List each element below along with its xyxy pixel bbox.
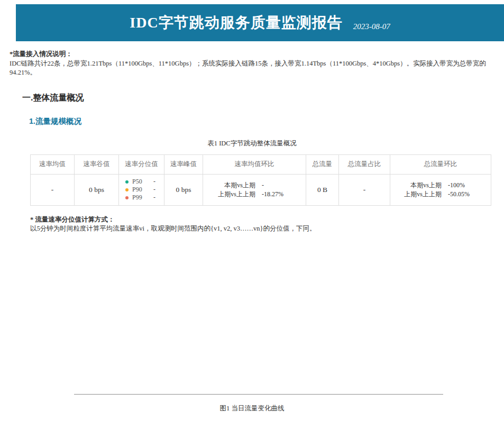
p50-label: P50 [132, 178, 148, 186]
p99-label: P99 [132, 194, 148, 202]
p90-label: P90 [132, 186, 148, 194]
total-ratio-label-1: 本期vs上期 [396, 181, 442, 190]
cell-total-ratio: 本期vs上期 -100% 上期vs上上期 -50.05% [390, 174, 491, 205]
figure1-axis-line [74, 394, 443, 395]
col-header-rate-avg: 速率均值 [31, 154, 75, 174]
subsection-heading-traffic-scale: 1.流量规模概况 [29, 116, 504, 126]
table1-caption: 表1 IDC字节跳动整体流量概况 [0, 139, 504, 148]
total-ratio-label-2: 上期vs上上期 [396, 190, 442, 199]
cell-rate-avg: - [31, 174, 75, 205]
col-header-total-share: 总流量占比 [339, 154, 390, 174]
cell-rate-avg-ratio: 本期vs上期 - 上期vs上上期 -18.27% [203, 174, 306, 205]
traffic-access-note-label: *流量接入情况说明： [10, 50, 504, 59]
percentile-p50-row: P50 - [125, 178, 164, 186]
col-header-rate-valley: 速率谷值 [75, 154, 119, 174]
col-header-total-volume: 总流量 [306, 154, 339, 174]
percentile-p99-row: P99 - [125, 194, 164, 202]
total-ratio-line-1: 本期vs上期 -100% [391, 181, 490, 190]
avg-ratio-value-2: -18.27% [262, 190, 299, 199]
total-ratio-value-2: -50.05% [448, 190, 485, 199]
cell-rate-percentiles: P50 - P90 - P99 - [119, 174, 164, 205]
p90-dot-icon [125, 188, 129, 191]
cell-rate-peak: 0 bps [164, 174, 203, 205]
section-heading-overall-traffic: 一.整体流量概况 [22, 93, 504, 104]
percentile-p90-row: P90 - [125, 186, 164, 194]
col-header-rate-peak: 速率峰值 [164, 154, 203, 174]
figure1-caption: 图1 当日流量变化曲线 [0, 404, 504, 413]
traffic-access-note-text: IDC链路共计22条，总带宽1.21Tbps（11*100Gbps、11*10G… [10, 59, 504, 78]
avg-ratio-value-1: - [262, 181, 299, 190]
avg-ratio-line-1: 本期vs上期 - [204, 181, 305, 190]
cell-total-volume: 0 B [306, 174, 339, 205]
table-row: - 0 bps P50 - P90 - P99 - 0 [31, 174, 491, 205]
avg-ratio-label-1: 本期vs上期 [210, 181, 255, 190]
p99-value: - [153, 194, 155, 202]
col-header-rate-percentile: 速率分位值 [119, 154, 164, 174]
report-header-banner: IDC字节跳动服务质量监测报告 2023-08-07 [16, 4, 504, 41]
percentile-calculation-note: * 流量速率分位值计算方式： 以5分钟为时间粒度计算平均流量速率vi，取观测时间… [30, 215, 504, 234]
p50-value: - [153, 178, 155, 186]
report-title: IDC字节跳动服务质量监测报告 [130, 13, 342, 33]
total-ratio-value-1: -100% [448, 181, 485, 190]
avg-ratio-label-2: 上期vs上上期 [210, 190, 255, 199]
col-header-rate-avg-ratio: 速率均值环比 [203, 154, 306, 174]
p50-dot-icon [125, 180, 129, 184]
col-header-total-ratio: 总流量环比 [390, 154, 491, 174]
percentile-note-label: * 流量速率分位值计算方式： [30, 215, 504, 225]
cell-rate-valley: 0 bps [75, 174, 119, 205]
cell-total-share: - [339, 174, 390, 205]
p90-value: - [153, 186, 155, 194]
table-header-row: 速率均值 速率谷值 速率分位值 速率峰值 速率均值环比 总流量 总流量占比 总流… [31, 154, 491, 174]
total-ratio-line-2: 上期vs上上期 -50.05% [391, 190, 490, 199]
report-date: 2023-08-07 [353, 22, 390, 31]
avg-ratio-line-2: 上期vs上上期 -18.27% [204, 190, 305, 199]
percentile-note-text: 以5分钟为时间粒度计算平均流量速率vi，取观测时间范围内的{v1, v2, v3… [30, 224, 504, 234]
figure1-chart-area [0, 234, 504, 394]
traffic-access-note: *流量接入情况说明： IDC链路共计22条，总带宽1.21Tbps（11*100… [10, 50, 504, 78]
p99-dot-icon [125, 196, 129, 199]
overall-traffic-table: 速率均值 速率谷值 速率分位值 速率峰值 速率均值环比 总流量 总流量占比 总流… [30, 154, 491, 206]
